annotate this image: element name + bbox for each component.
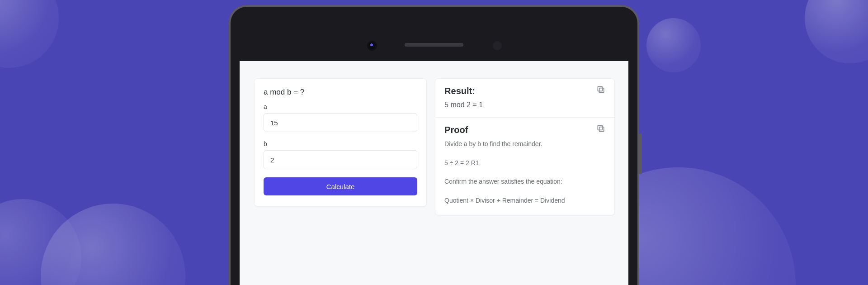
copy-icon	[596, 124, 605, 133]
formula-label: a mod b = ?	[264, 88, 417, 97]
background-sphere	[646, 18, 701, 72]
proof-title: Proof	[444, 125, 605, 135]
input-b[interactable]	[264, 150, 417, 169]
svg-rect-3	[598, 125, 602, 130]
proof-line: Quotient × Divisor + Remainder = Dividen…	[444, 196, 605, 205]
tablet-side-button	[639, 133, 642, 174]
background-sphere	[41, 204, 185, 285]
field-label-b: b	[264, 140, 417, 147]
field-label-a: a	[264, 103, 417, 110]
result-card: Result: 5 mod 2 = 1 Proof Divide a by b …	[435, 78, 615, 215]
svg-rect-1	[598, 86, 602, 91]
tablet-camera-icon	[368, 42, 376, 49]
result-section: Result: 5 mod 2 = 1	[435, 79, 614, 118]
background-sphere	[805, 0, 868, 63]
proof-line: Divide a by b to find the remainder.	[444, 140, 605, 149]
svg-rect-2	[599, 127, 604, 132]
copy-icon	[596, 85, 605, 94]
copy-proof-button[interactable]	[596, 124, 607, 135]
tablet-sensor-icon	[493, 41, 502, 50]
tablet-frame: a mod b = ? a b Calculate Result:	[231, 7, 637, 285]
proof-line: Confirm the answer satisfies the equatio…	[444, 177, 605, 186]
proof-section: Proof Divide a by b to find the remainde…	[435, 118, 614, 215]
input-card: a mod b = ? a b Calculate	[254, 78, 427, 207]
app-screen: a mod b = ? a b Calculate Result:	[240, 61, 628, 285]
proof-line: 5 ÷ 2 = 2 R1	[444, 159, 605, 168]
result-title: Result:	[444, 86, 605, 96]
background-sphere	[0, 0, 59, 68]
tablet-speaker	[405, 43, 463, 47]
copy-result-button[interactable]	[596, 85, 607, 96]
svg-rect-0	[599, 88, 604, 93]
calculate-button[interactable]: Calculate	[264, 177, 417, 195]
result-text: 5 mod 2 = 1	[444, 101, 605, 109]
input-a[interactable]	[264, 113, 417, 132]
background-sphere	[0, 199, 81, 285]
